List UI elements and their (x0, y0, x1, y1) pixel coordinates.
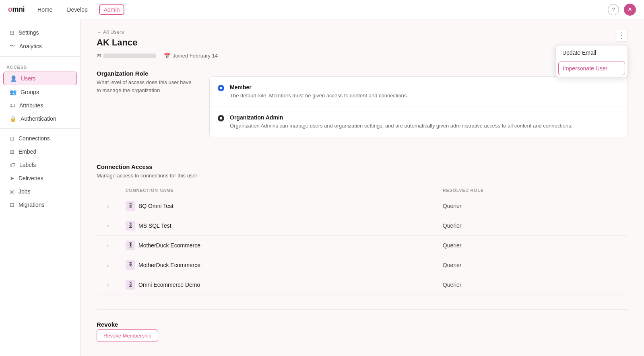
role-desc-org-admin: Organization Admins can manage users and… (230, 122, 572, 130)
groups-icon: 👥 (10, 89, 17, 95)
sidebar-access-label: ACCESS (0, 60, 80, 71)
email-icon: ✉ (97, 53, 101, 59)
deliveries-icon: ➤ (10, 175, 14, 181)
org-role-desc: Organization Role What level of access d… (97, 70, 193, 137)
nav-develop[interactable]: Develop (64, 5, 91, 14)
connection-table: CONNECTION NAME RESOLVED ROLE › 🗄 BQ Omn… (97, 185, 628, 295)
expand-icon[interactable]: › (107, 263, 110, 268)
table-row[interactable]: › 🗄 BQ Omni Test Querier (97, 196, 628, 216)
role-radio-org-admin (218, 115, 224, 121)
revoke-title: Revoke (97, 321, 628, 328)
connection-name: 🗄 MS SQL Test (126, 221, 433, 230)
connection-access-desc: Manage access to connections for this us… (97, 172, 628, 180)
table-row[interactable]: › 🗄 MS SQL Test Querier (97, 216, 628, 235)
email-redacted (103, 54, 156, 58)
expand-icon[interactable]: › (107, 243, 110, 249)
dropdown-menu: Update Email Impersonate User (555, 45, 628, 77)
connection-access-section: Connection Access Manage access to conne… (97, 163, 628, 295)
org-role-section: Organization Role What level of access d… (97, 70, 628, 137)
sidebar-item-migrations[interactable]: ⊟ Migrations (3, 198, 77, 211)
connection-name: 🗄 MotherDuck Ecommerce (126, 260, 433, 270)
table-row[interactable]: › 🗄 Omni Ecommerce Demo Querier (97, 275, 628, 294)
divider-1 (97, 152, 628, 152)
role-info-org-admin: Organization Admin Organization Admins c… (230, 114, 572, 130)
role-info-member: Member The default role. Members must be… (230, 84, 408, 99)
connection-name: 🗄 BQ Omni Test (126, 201, 433, 211)
embed-icon: ⊞ (10, 148, 14, 155)
user-meta: ✉ 📅 Joined February 14 (97, 53, 628, 59)
connection-role: Querier (443, 262, 462, 268)
more-options-button[interactable]: ⋮ (615, 29, 628, 42)
role-name-member: Member (230, 84, 408, 91)
analytics-icon: 〜 (10, 43, 15, 50)
calendar-icon: 📅 (164, 53, 170, 59)
sidebar-item-labels[interactable]: 🏷 Labels (3, 158, 77, 171)
connections-icon: ⊡ (10, 135, 14, 142)
topnav-right: ? A (608, 4, 636, 16)
sidebar-item-deliveries[interactable]: ➤ Deliveries (3, 172, 77, 185)
revoke-membership-button[interactable]: Revoke Membership (97, 329, 158, 342)
update-email-option[interactable]: Update Email (556, 45, 627, 60)
sidebar: ⊟ Settings 〜 Analytics ACCESS 👤 Users 👥 … (0, 19, 80, 356)
divider-2 (97, 309, 628, 310)
labels-icon: 🏷 (10, 162, 15, 168)
role-desc-member: The default role. Members must be given … (230, 92, 408, 99)
settings-icon: ⊟ (10, 29, 14, 36)
authentication-icon: 🔒 (10, 115, 17, 122)
users-icon: 👤 (10, 75, 17, 82)
role-name-org-admin: Organization Admin (230, 114, 572, 121)
expand-icon[interactable]: › (107, 204, 110, 209)
sidebar-item-embed[interactable]: ⊞ Embed (3, 145, 77, 158)
db-icon: 🗄 (126, 260, 135, 270)
expand-icon[interactable]: › (107, 282, 110, 288)
sidebar-item-jobs[interactable]: ◎ Jobs (3, 185, 77, 198)
connection-role: Querier (443, 282, 462, 288)
db-icon: 🗄 (126, 221, 135, 230)
connection-role: Querier (443, 222, 462, 229)
table-row[interactable]: › 🗄 MotherDuck Ecommerce Querier (97, 235, 628, 255)
sidebar-item-connections[interactable]: ⊡ Connections (3, 132, 77, 145)
sidebar-item-authentication[interactable]: 🔒 Authentication (3, 112, 77, 125)
role-card-member[interactable]: Member The default role. Members must be… (210, 77, 627, 107)
help-icon[interactable]: ? (608, 4, 619, 15)
sidebar-item-settings[interactable]: ⊟ Settings (3, 26, 77, 39)
connection-role: Querier (443, 242, 462, 249)
org-role-subtitle: What level of access does this user have… (97, 78, 193, 94)
topnav: omni Home Develop Admin ? A (0, 0, 644, 19)
sidebar-item-groups[interactable]: 👥 Groups (3, 86, 77, 99)
connection-role: Querier (443, 203, 462, 209)
table-row[interactable]: › 🗄 MotherDuck Ecommerce Querier (97, 255, 628, 275)
sidebar-item-users[interactable]: 👤 Users (3, 72, 77, 85)
user-email: ✉ (97, 53, 156, 59)
org-role-cards: Member The default role. Members must be… (209, 70, 628, 137)
impersonate-user-option[interactable]: Impersonate User (558, 62, 625, 75)
page-title: AK Lance (97, 37, 628, 48)
sidebar-item-analytics[interactable]: 〜 Analytics (3, 39, 77, 53)
main-content: ← All Users AK Lance ✉ 📅 Joined February… (80, 19, 644, 356)
revoke-section: Revoke Revoke Membership (97, 321, 628, 342)
user-joined: 📅 Joined February 14 (164, 53, 218, 59)
role-radio-member (218, 85, 224, 91)
col-connection-header[interactable]: CONNECTION NAME (121, 185, 438, 196)
col-role-header: RESOLVED ROLE (438, 185, 628, 196)
role-card-org-admin[interactable]: Organization Admin Organization Admins c… (210, 107, 627, 137)
sidebar-divider-2 (0, 128, 80, 129)
nav-admin[interactable]: Admin (99, 4, 125, 15)
jobs-icon: ◎ (10, 188, 14, 195)
attributes-icon: 🏷 (10, 102, 15, 109)
logo: omni (8, 5, 25, 14)
avatar[interactable]: A (624, 4, 636, 16)
expand-icon[interactable]: › (107, 223, 110, 229)
col-name-header (97, 185, 121, 196)
sidebar-item-attributes[interactable]: 🏷 Attributes (3, 99, 77, 112)
nav-links: Home Develop Admin (34, 4, 124, 15)
connection-name: 🗄 MotherDuck Ecommerce (126, 241, 433, 250)
layout: ⊟ Settings 〜 Analytics ACCESS 👤 Users 👥 … (0, 19, 644, 356)
db-icon: 🗄 (126, 241, 135, 250)
connection-access-title: Connection Access (97, 163, 628, 170)
nav-home[interactable]: Home (34, 5, 56, 14)
db-icon: 🗄 (126, 201, 135, 211)
breadcrumb[interactable]: ← All Users (97, 29, 628, 35)
db-icon: 🗄 (126, 280, 135, 290)
sidebar-divider-1 (0, 56, 80, 57)
